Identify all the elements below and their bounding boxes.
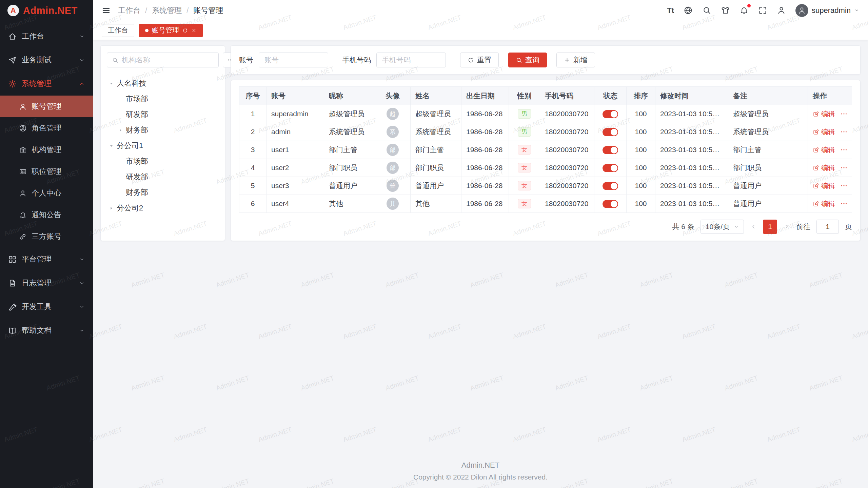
account-input[interactable] — [259, 53, 328, 67]
row-actions: 编辑 — [813, 127, 847, 137]
breadcrumb-item[interactable]: 账号管理 — [193, 5, 223, 16]
edit-button[interactable]: 编辑 — [813, 181, 835, 190]
sidebar-group-log-management[interactable]: 日志管理 — [0, 271, 93, 295]
prev-page-button[interactable] — [750, 223, 757, 230]
row-more-button[interactable] — [840, 200, 848, 207]
tree-node[interactable]: 研发部 — [107, 169, 219, 185]
tab-label: 账号管理 — [152, 26, 179, 35]
caret-right-icon[interactable] — [108, 205, 115, 211]
total-count: 共 6 条 — [672, 222, 694, 231]
edit-button[interactable]: 编辑 — [813, 145, 835, 155]
shirt-icon — [721, 6, 730, 15]
close-icon[interactable] — [191, 28, 197, 33]
edit-button[interactable]: 编辑 — [813, 127, 835, 137]
row-more-button[interactable] — [840, 146, 848, 154]
sidebar-group-help-docs[interactable]: 帮助文档 — [0, 319, 93, 342]
user-menu[interactable]: superadmin — [795, 4, 859, 17]
refresh-icon[interactable] — [182, 28, 188, 33]
page-size-value: 10条/页 — [706, 222, 730, 231]
search-button[interactable]: 查询 — [508, 53, 547, 67]
next-page-button[interactable] — [783, 223, 790, 230]
profile-icon[interactable] — [777, 6, 786, 15]
fullscreen-icon[interactable] — [758, 6, 767, 15]
goto-label: 前往 — [796, 222, 810, 231]
reset-button[interactable]: 重置 — [460, 53, 499, 67]
sidebar-item-org-management[interactable]: 机构管理 — [0, 139, 93, 161]
tab-active-dot — [145, 29, 149, 32]
row-more-button[interactable] — [840, 128, 848, 136]
current-page[interactable]: 1 — [763, 220, 777, 234]
app-logo[interactable]: A Admin.NET — [0, 0, 93, 21]
status-toggle[interactable] — [603, 146, 618, 154]
sidebar-item-personal-center[interactable]: 个人中心 — [0, 182, 93, 204]
sidebar-group-label: 开发工具 — [22, 302, 52, 312]
edit-button[interactable]: 编辑 — [813, 109, 835, 119]
phone-filter-label: 手机号码 — [342, 55, 371, 65]
status-toggle[interactable] — [603, 182, 618, 190]
tree-node[interactable]: 市场部 — [107, 154, 219, 169]
row-avatar: 部 — [387, 162, 399, 174]
tree-node[interactable]: 大名科技 — [107, 76, 219, 91]
chevron-down-icon — [79, 57, 85, 63]
caret-down-icon[interactable] — [108, 80, 115, 87]
sidebar-group-workbench[interactable]: 工作台 — [0, 24, 93, 48]
cell-remark: 普通用户 — [733, 200, 762, 207]
sidebar-group-business-test[interactable]: 业务测试 — [0, 48, 93, 72]
table-row: 5user3普通用户普普通用户1986-06-28女18020030720100… — [239, 177, 852, 195]
breadcrumb-item[interactable]: 系统管理 — [152, 5, 182, 16]
cell-phone: 18020030720 — [545, 128, 588, 136]
page-size-select[interactable]: 10条/页 — [701, 220, 744, 234]
tab-account-management[interactable]: 账号管理 — [139, 24, 203, 37]
cell-name: 系统管理员 — [415, 128, 451, 136]
phone-input[interactable] — [376, 53, 446, 67]
org-tree-panel: 大名科技市场部研发部财务部分公司1市场部研发部财务部分公司2 — [100, 45, 225, 241]
org-search-input[interactable] — [122, 56, 214, 64]
tab-workbench[interactable]: 工作台 — [102, 24, 134, 37]
status-toggle[interactable] — [603, 128, 618, 136]
link-icon — [19, 233, 27, 241]
tree-node[interactable]: 研发部 — [107, 107, 219, 122]
edit-icon — [813, 183, 819, 189]
sidebar-group-system-management[interactable]: 系统管理 — [0, 72, 93, 96]
chevron-down-icon — [79, 304, 85, 310]
sidebar-item-account-management[interactable]: 账号管理 — [0, 96, 93, 117]
status-toggle[interactable] — [603, 110, 618, 118]
edit-button[interactable]: 编辑 — [813, 199, 835, 208]
cell-order: 100 — [635, 182, 647, 189]
edit-button[interactable]: 编辑 — [813, 163, 835, 172]
sidebar-item-position-management[interactable]: 职位管理 — [0, 161, 93, 182]
sidebar-item-role-management[interactable]: 角色管理 — [0, 117, 93, 139]
menu-toggle-icon[interactable] — [102, 6, 111, 15]
tree-node[interactable]: 分公司2 — [107, 200, 219, 216]
search-icon[interactable] — [702, 6, 711, 15]
logo-icon: A — [7, 5, 19, 16]
sidebar-group-dev-tools[interactable]: 开发工具 — [0, 295, 93, 319]
cell-birth: 1986-06-28 — [466, 110, 502, 118]
cell-order: 100 — [635, 146, 647, 154]
tree-node[interactable]: 分公司1 — [107, 138, 219, 154]
sidebar-item-third-party-account[interactable]: 三方账号 — [0, 226, 93, 247]
sidebar-item-notice[interactable]: 通知公告 — [0, 204, 93, 226]
theme-icon[interactable] — [721, 6, 730, 15]
notification-icon[interactable] — [739, 6, 749, 15]
status-toggle[interactable] — [603, 164, 618, 172]
status-toggle[interactable] — [603, 200, 618, 208]
caret-right-icon[interactable] — [117, 127, 124, 134]
font-size-icon[interactable]: Tt — [667, 6, 674, 15]
cell-order: 100 — [635, 164, 647, 171]
person-icon — [777, 6, 786, 15]
add-button[interactable]: 新增 — [556, 53, 595, 67]
tree-node[interactable]: 财务部 — [107, 185, 219, 200]
tree-node[interactable]: 市场部 — [107, 91, 219, 107]
row-more-button[interactable] — [840, 182, 848, 189]
tree-node[interactable]: 财务部 — [107, 122, 219, 138]
row-more-button[interactable] — [840, 110, 848, 118]
sidebar-group-platform-management[interactable]: 平台管理 — [0, 247, 93, 271]
caret-down-icon[interactable] — [108, 143, 115, 149]
tree-node-label: 财务部 — [126, 125, 148, 135]
breadcrumb-item[interactable]: 工作台 — [118, 5, 140, 16]
row-more-button[interactable] — [840, 164, 848, 171]
language-icon[interactable] — [684, 6, 693, 15]
cell-nickname: 部门主管 — [329, 146, 357, 154]
goto-page-input[interactable] — [816, 220, 839, 234]
